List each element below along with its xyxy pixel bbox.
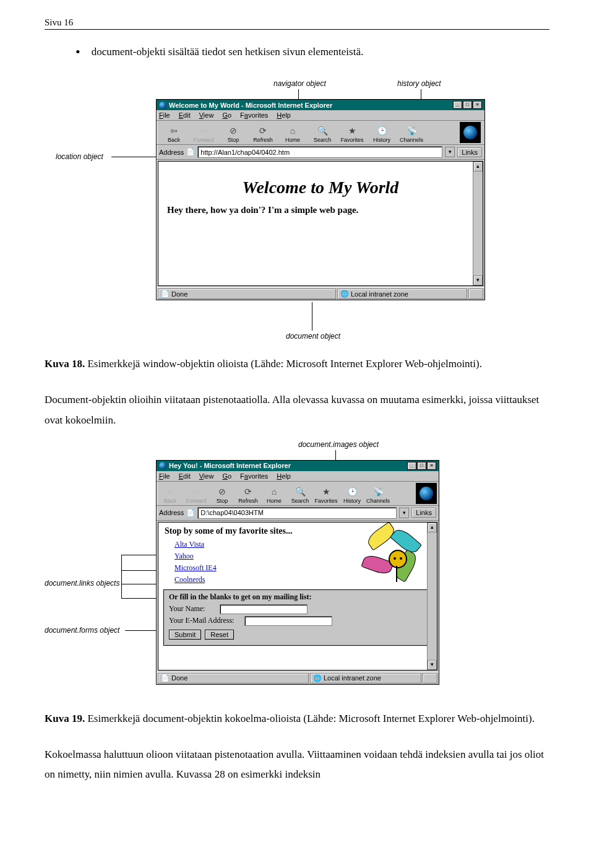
paragraph-mid: Document-objektin olioihin viitataan pis… (45, 390, 549, 430)
menu-favorites[interactable]: Favorites (240, 472, 268, 480)
status-done: 📄 Done (158, 673, 309, 684)
ie-window: Welcome to My World - Microsoft Internet… (156, 99, 485, 300)
status-bar: 📄 Done 🌐 Local intranet zone (157, 672, 439, 684)
menu-help[interactable]: Help (277, 111, 291, 119)
caption-19: Kuva 19. Esimerkkejä document-objektin k… (45, 709, 549, 729)
scrollbar[interactable]: ▴ ▾ (427, 523, 437, 670)
resize-grip[interactable] (423, 673, 437, 684)
ann-line (121, 555, 122, 598)
tb-home[interactable]: ⌂Home (262, 486, 286, 504)
status-zone: 🌐 Local intranet zone (310, 673, 421, 684)
scroll-down-icon[interactable]: ▾ (428, 660, 437, 670)
tb-history[interactable]: 🕑History (340, 486, 364, 504)
ann-forms: document.forms object (45, 626, 119, 635)
status-bar: 📄 Done 🌐 Local intranet zone (157, 287, 484, 300)
back-icon: ⇦ (163, 486, 177, 497)
menu-file[interactable]: File (159, 111, 170, 119)
email-label: Your E-Mail Address: (169, 616, 242, 625)
scrollbar[interactable]: ▴ ▾ (473, 162, 483, 285)
name-input[interactable] (220, 604, 308, 614)
globe-icon: 🌐 (340, 290, 349, 298)
tb-history[interactable]: 🕑History (368, 125, 395, 143)
menu-go[interactable]: Go (222, 111, 231, 119)
submit-button[interactable]: Submit (169, 630, 201, 640)
scroll-up-icon[interactable]: ▴ (473, 162, 483, 171)
search-icon: 🔍 (293, 486, 307, 497)
address-input[interactable]: D:\chap04\0403HTM (197, 507, 397, 519)
scroll-down-icon[interactable]: ▾ (473, 276, 483, 285)
caption-19-label: Kuva 19. (45, 713, 85, 724)
tb-refresh[interactable]: ⟳Refresh (236, 486, 260, 504)
content-area: Welcome to My World Hey there, how ya do… (158, 161, 483, 286)
menu-edit[interactable]: Edit (179, 472, 191, 480)
ie-logo (416, 483, 437, 504)
figure-19: document.images object document.links ob… (45, 440, 549, 700)
resize-grip[interactable] (468, 289, 483, 299)
menu-view[interactable]: View (199, 111, 214, 119)
tb-favorites[interactable]: ★Favorites (314, 486, 338, 504)
figure-18: navigator object history object location… (45, 79, 549, 345)
links-button[interactable]: Links (411, 508, 436, 518)
tb-stop[interactable]: ⊘Stop (210, 486, 234, 504)
menu-help[interactable]: Help (277, 472, 291, 480)
tb-search[interactable]: 🔍Search (288, 486, 312, 504)
ann-line (121, 570, 161, 571)
minimize-button[interactable]: _ (407, 462, 416, 470)
page-header: Sivu 16 (45, 17, 549, 30)
links-button[interactable]: Links (457, 147, 482, 157)
menu-file[interactable]: File (159, 472, 170, 480)
page-icon: 📄 (161, 290, 170, 298)
ann-document: document object (286, 332, 340, 341)
caption-18: Kuva 18. Esimerkkejä window-objektin oli… (45, 354, 549, 374)
address-input[interactable]: http://Alan1/chap04/0402.htm (197, 146, 442, 158)
address-bar: Address 📄 http://Alan1/chap04/0402.htm ▾… (157, 145, 484, 160)
status-done: 📄 Done (158, 289, 336, 299)
address-bar: Address 📄 D:\chap04\0403HTM ▾ Links (157, 506, 439, 521)
tb-favorites[interactable]: ★Favorites (338, 125, 366, 143)
maximize-button[interactable]: □ (417, 462, 426, 470)
caption-18-label: Kuva 18. (45, 358, 85, 370)
titlebar[interactable]: Hey You! - Microsoft Internet Explorer _… (157, 461, 439, 471)
ann-line (121, 584, 161, 584)
star-icon: ★ (345, 125, 359, 136)
scroll-up-icon[interactable]: ▴ (428, 523, 437, 532)
ann-line (121, 555, 161, 555)
menu-view[interactable]: View (199, 472, 214, 480)
tb-stop[interactable]: ⊘Stop (220, 125, 247, 143)
menu-go[interactable]: Go (222, 472, 231, 480)
tb-channels[interactable]: 📡Channels (398, 125, 425, 143)
ie-icon (159, 462, 166, 469)
status-zone: 🌐 Local intranet zone (337, 289, 467, 299)
toolbar: ⇦Back ⇨Forward ⊘Stop ⟳Refresh ⌂Home 🔍Sea… (157, 121, 484, 145)
tb-home[interactable]: ⌂Home (279, 125, 306, 143)
ann-navigator: navigator object (273, 79, 326, 88)
titlebar[interactable]: Welcome to My World - Microsoft Internet… (157, 100, 484, 110)
addr-dropdown[interactable]: ▾ (445, 147, 455, 157)
tb-back[interactable]: ⇦Back (160, 125, 187, 143)
tb-back[interactable]: ⇦Back (158, 486, 182, 504)
tb-forward[interactable]: ⇨Forward (190, 125, 217, 143)
ann-line (121, 598, 161, 599)
minimize-button[interactable]: _ (453, 101, 462, 109)
bullet-text: document-objekti sisältää tiedot sen het… (92, 46, 364, 58)
tb-channels[interactable]: 📡Channels (366, 486, 390, 504)
close-button[interactable]: × (427, 462, 436, 470)
reset-button[interactable]: Reset (205, 630, 234, 640)
forward-icon: ⇨ (197, 125, 210, 136)
menu-favorites[interactable]: Favorites (240, 111, 268, 119)
menu-edit[interactable]: Edit (179, 111, 191, 119)
back-icon: ⇦ (167, 125, 181, 136)
title-text: Hey You! - Microsoft Internet Explorer (169, 462, 291, 469)
ann-links: document.links objects (45, 579, 119, 588)
addr-dropdown[interactable]: ▾ (399, 508, 409, 518)
ann-history: history object (397, 79, 441, 88)
close-button[interactable]: × (473, 101, 482, 109)
maximize-button[interactable]: □ (463, 101, 472, 109)
email-input[interactable] (244, 616, 332, 626)
tb-forward[interactable]: ⇨Forward (184, 486, 208, 504)
ie-icon (159, 102, 166, 109)
tb-search[interactable]: 🔍Search (309, 125, 336, 143)
tb-refresh[interactable]: ⟳Refresh (249, 125, 277, 143)
ie-logo (460, 122, 481, 143)
bullet-icon: • (75, 46, 80, 58)
